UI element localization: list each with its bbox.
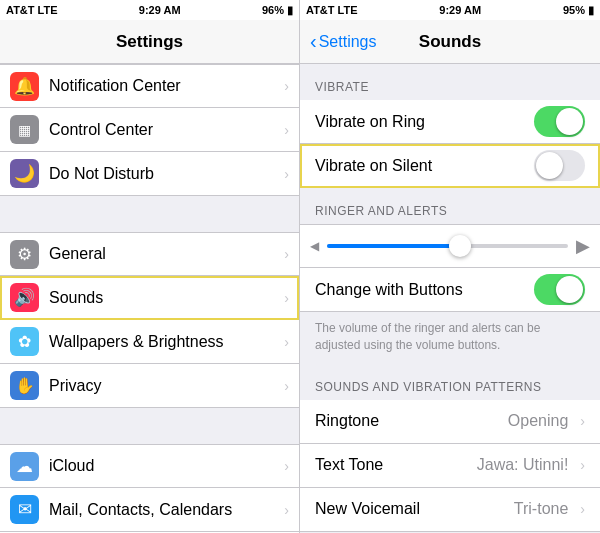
vibrate-silent-item: Vibrate on Silent xyxy=(300,144,600,188)
volume-low-icon: ◀ xyxy=(310,239,319,253)
volume-high-icon: ▶ xyxy=(576,235,590,257)
vibrate-ring-toggle[interactable] xyxy=(534,106,585,137)
patterns-section-header: SOUNDS AND VIBRATION PATTERNS xyxy=(300,364,600,400)
left-group-1: 🔔 Notification Center › ▦ Control Center… xyxy=(0,64,299,196)
right-network: LTE xyxy=(338,4,358,16)
sounds-label: Sounds xyxy=(49,289,274,307)
sidebar-item-sounds[interactable]: 🔊 Sounds › xyxy=(0,276,299,320)
left-status-right: 96% ▮ xyxy=(262,4,293,17)
sidebar-item-mail[interactable]: ✉ Mail, Contacts, Calendars › xyxy=(0,488,299,532)
divider-1 xyxy=(0,196,299,214)
left-nav-title: Settings xyxy=(116,32,183,52)
control-center-chevron: › xyxy=(284,122,289,138)
ringtone-value: Opening xyxy=(508,412,569,430)
mail-chevron: › xyxy=(284,502,289,518)
change-buttons-item: Change with Buttons xyxy=(300,268,600,312)
sidebar-item-notification-center[interactable]: 🔔 Notification Center › xyxy=(0,64,299,108)
left-nav-header: Settings xyxy=(0,20,299,64)
ringer-slider-track[interactable] xyxy=(327,244,568,248)
left-time: 9:29 AM xyxy=(139,4,181,16)
sidebar-item-icloud[interactable]: ☁ iCloud › xyxy=(0,444,299,488)
text-tone-value: Jawa: Utinni! xyxy=(477,456,569,474)
ringtone-label: Ringtone xyxy=(315,412,500,430)
change-buttons-thumb xyxy=(556,276,583,303)
control-center-label: Control Center xyxy=(49,121,274,139)
right-carrier: AT&T xyxy=(306,4,335,16)
wallpaper-chevron: › xyxy=(284,334,289,350)
notification-label: Notification Center xyxy=(49,77,274,95)
icloud-icon: ☁ xyxy=(10,452,39,481)
control-center-icon: ▦ xyxy=(10,115,39,144)
sidebar-item-control-center[interactable]: ▦ Control Center › xyxy=(0,108,299,152)
left-battery-icon: ▮ xyxy=(287,4,293,17)
vibrate-silent-toggle[interactable] xyxy=(534,150,585,181)
back-button[interactable]: ‹ Settings xyxy=(310,32,376,51)
ringer-slider-fill xyxy=(327,244,460,248)
ringer-description: The volume of the ringer and alerts can … xyxy=(300,312,600,364)
right-battery: 95% xyxy=(563,4,585,16)
right-status-right: 95% ▮ xyxy=(563,4,594,17)
new-voicemail-label: New Voicemail xyxy=(315,500,506,518)
ringer-slider-row: ◀ ▶ xyxy=(300,224,600,268)
new-voicemail-item[interactable]: New Voicemail Tri-tone › xyxy=(300,488,600,532)
notification-icon: 🔔 xyxy=(10,72,39,101)
vibrate-silent-thumb xyxy=(536,152,563,179)
right-status-bar: AT&T LTE 9:29 AM 95% ▮ xyxy=(300,0,600,20)
vibrate-ring-item: Vibrate on Ring xyxy=(300,100,600,144)
sidebar-item-privacy[interactable]: ✋ Privacy › xyxy=(0,364,299,408)
change-buttons-label: Change with Buttons xyxy=(315,281,526,299)
new-voicemail-chevron: › xyxy=(580,501,585,517)
icloud-label: iCloud xyxy=(49,457,274,475)
back-label: Settings xyxy=(319,33,377,51)
left-settings-list: 🔔 Notification Center › ▦ Control Center… xyxy=(0,64,299,533)
right-nav-title: Sounds xyxy=(419,32,481,52)
vibrate-silent-label: Vibrate on Silent xyxy=(315,157,526,175)
change-buttons-toggle[interactable] xyxy=(534,274,585,305)
divider-2 xyxy=(0,408,299,426)
vibrate-ring-label: Vibrate on Ring xyxy=(315,113,526,131)
new-voicemail-value: Tri-tone xyxy=(514,500,569,518)
left-status-bar: AT&T LTE 9:29 AM 96% ▮ xyxy=(0,0,299,20)
privacy-chevron: › xyxy=(284,378,289,394)
sidebar-item-general[interactable]: ⚙ General › xyxy=(0,232,299,276)
general-chevron: › xyxy=(284,246,289,262)
privacy-icon: ✋ xyxy=(10,371,39,400)
left-carrier: AT&T xyxy=(6,4,35,16)
text-tone-label: Text Tone xyxy=(315,456,469,474)
ringer-slider-thumb[interactable] xyxy=(449,235,471,257)
left-group-3: ☁ iCloud › ✉ Mail, Contacts, Calendars ›… xyxy=(0,444,299,533)
mail-label: Mail, Contacts, Calendars xyxy=(49,501,274,519)
notification-chevron: › xyxy=(284,78,289,94)
icloud-chevron: › xyxy=(284,458,289,474)
ringer-section-header: RINGER AND ALERTS xyxy=(300,188,600,224)
vibrate-section-header: VIBRATE xyxy=(300,64,600,100)
right-battery-icon: ▮ xyxy=(588,4,594,17)
general-icon: ⚙ xyxy=(10,240,39,269)
left-status-left: AT&T LTE xyxy=(6,4,57,16)
privacy-label: Privacy xyxy=(49,377,274,395)
ringtone-item[interactable]: Ringtone Opening › xyxy=(300,400,600,444)
dnd-icon: 🌙 xyxy=(10,159,39,188)
wallpaper-label: Wallpapers & Brightness xyxy=(49,333,274,351)
right-nav-header: ‹ Settings Sounds xyxy=(300,20,600,64)
right-panel: AT&T LTE 9:29 AM 95% ▮ ‹ Settings Sounds… xyxy=(300,0,600,533)
right-content: VIBRATE Vibrate on Ring Vibrate on Silen… xyxy=(300,64,600,533)
sounds-chevron: › xyxy=(284,290,289,306)
vibrate-ring-thumb xyxy=(556,108,583,135)
right-status-left: AT&T LTE xyxy=(306,4,357,16)
text-tone-item[interactable]: Text Tone Jawa: Utinni! › xyxy=(300,444,600,488)
text-tone-chevron: › xyxy=(580,457,585,473)
left-group-2: ⚙ General › 🔊 Sounds › ✿ Wallpapers & Br… xyxy=(0,232,299,408)
dnd-chevron: › xyxy=(284,166,289,182)
left-battery: 96% xyxy=(262,4,284,16)
sidebar-item-wallpapers[interactable]: ✿ Wallpapers & Brightness › xyxy=(0,320,299,364)
ringtone-chevron: › xyxy=(580,413,585,429)
dnd-label: Do Not Disturb xyxy=(49,165,274,183)
mail-icon: ✉ xyxy=(10,495,39,524)
left-panel: AT&T LTE 9:29 AM 96% ▮ Settings 🔔 Notifi… xyxy=(0,0,300,533)
general-label: General xyxy=(49,245,274,263)
right-time: 9:29 AM xyxy=(439,4,481,16)
sidebar-item-do-not-disturb[interactable]: 🌙 Do Not Disturb › xyxy=(0,152,299,196)
left-network: LTE xyxy=(38,4,58,16)
wallpaper-icon: ✿ xyxy=(10,327,39,356)
